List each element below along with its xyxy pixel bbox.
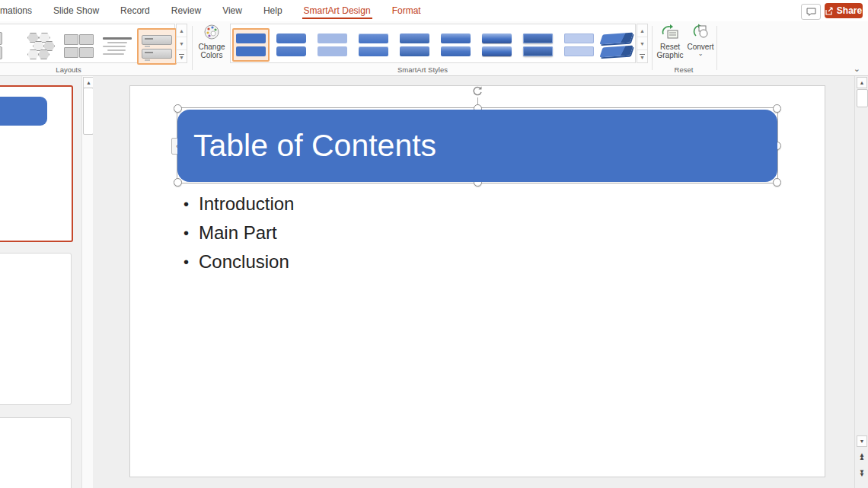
layout-option-block-list-selected[interactable] [137,28,177,65]
next-slide-button[interactable]: ▼▼ [857,467,867,479]
styles-more-button[interactable]: ▼ [637,50,647,62]
styles-group-label: SmartArt Styles [385,65,461,74]
block-list-glyph [142,35,172,59]
layouts-gallery [0,24,175,63]
bullet-item[interactable]: • Main Part [183,218,294,247]
slide-bullet-list[interactable]: • Introduction • Main Part • Conclusion [183,190,294,276]
resize-handle-top-right[interactable] [773,104,781,113]
slide-thumbnail-panel [0,76,81,488]
reset-group-label: Reset [661,65,707,74]
change-colors-label-line1: Change [198,43,225,51]
rotate-icon [471,85,483,97]
resize-handle-bottom-left[interactable] [174,178,182,187]
slide-thumbnail-3[interactable] [0,417,72,488]
share-label: Share [837,5,862,16]
palette-icon [203,24,220,40]
thumbnail-scrollbar-thumb[interactable] [83,88,94,135]
resize-handle-bottom-right[interactable] [773,178,781,187]
convert-button[interactable]: Convert ⌄ [684,24,717,71]
layout-option-list[interactable] [98,28,136,63]
change-colors-label-line2: Colors [201,51,223,59]
ribbon: ▲ ▼ ▼ Layouts Change Colors ▲ ▼ [0,21,868,76]
reset-graphic-button[interactable]: Reset Graphic [653,24,687,71]
style-intense-effect[interactable] [355,28,392,62]
rotate-handle[interactable] [471,85,483,97]
style-polished[interactable] [396,28,433,62]
slide-thumbnail-2[interactable] [0,253,72,405]
change-colors-button[interactable]: Change Colors [195,24,228,71]
layouts-scroll-down[interactable]: ▼ [177,37,187,50]
bullet-dot: • [183,218,189,247]
layouts-gallery-scroll: ▲ ▼ ▼ [176,24,187,63]
convert-icon [691,24,710,40]
previous-slide-button[interactable]: ▲▲ [857,451,867,462]
comments-button[interactable] [801,4,821,20]
layout-option-grid[interactable] [59,28,97,63]
tab-review[interactable]: Review [161,0,212,21]
share-button[interactable]: Share [825,3,863,18]
group-separator [652,26,653,70]
tab-help[interactable]: Help [253,0,293,21]
tab-view[interactable]: View [212,0,253,21]
smartart-styles-gallery [230,24,636,63]
resize-handle-top-left[interactable] [174,104,182,113]
layout-glyph [0,46,2,59]
reset-graphic-label-line1: Reset [660,43,680,51]
collapse-ribbon-chevron[interactable]: ⌄ [854,64,860,74]
style-subtle-effect[interactable] [314,28,351,62]
tab-format[interactable]: Format [381,0,432,21]
thumbnail-title-shape [0,97,47,126]
style-white-outline[interactable] [560,28,598,62]
layout-glyph [0,32,2,45]
tab-smartart-design[interactable]: SmartArt Design [293,0,381,21]
scroll-up-button[interactable]: ▲ [857,77,867,88]
bullet-item[interactable]: • Introduction [183,190,294,218]
smartart-title-shape[interactable]: Table of Contents [177,110,777,182]
style-simple-fill-selected[interactable] [232,28,270,62]
bullet-dot: • [183,190,189,218]
style-inset[interactable] [437,28,474,62]
tab-slide-show[interactable]: Slide Show [43,0,110,21]
style-cartoon[interactable] [478,28,515,62]
share-icon [825,7,834,15]
layouts-group-label: Layouts [46,65,91,74]
ribbon-tabs: mations Slide Show Record Review View He… [0,0,432,21]
bullet-item[interactable]: • Conclusion [183,247,294,276]
list-lines-glyph [103,37,132,55]
slide-thumbnail-1-selected[interactable] [0,85,73,242]
group-separator [192,26,193,70]
bullet-text: Conclusion [199,247,289,276]
tab-animations-partial[interactable]: mations [0,0,43,21]
grid-boxes-glyph [64,34,92,58]
slide-canvas[interactable]: ‹ Table of Contents • Introduction • Mai… [129,85,825,477]
scroll-down-button[interactable]: ▼ [857,435,867,447]
tab-record[interactable]: Record [110,0,161,21]
style-bird-eye[interactable] [519,28,557,62]
menu-bar: mations Slide Show Record Review View He… [0,0,868,21]
slide-area-scrollbar: ▲ ▼ ▲▲ ▼▼ [854,76,868,488]
reset-graphic-label-line2: Graphic [656,51,683,59]
layouts-scroll-up[interactable]: ▲ [177,24,187,37]
styles-scroll-up[interactable]: ▲ [637,24,647,37]
slide-title-text[interactable]: Table of Contents [177,128,436,164]
slide-editing-area: ‹ Table of Contents • Introduction • Mai… [93,76,854,488]
layout-option-hexagons[interactable] [19,28,57,63]
bullet-text: Introduction [199,190,294,218]
bullet-text: Main Part [199,218,277,247]
style-moderate[interactable] [273,28,310,62]
scrollbar-thumb[interactable] [857,89,868,107]
layouts-more-button[interactable]: ▼ [177,50,187,62]
convert-caret: ⌄ [698,51,704,56]
reset-graphic-icon [661,24,679,40]
styles-scroll-down[interactable]: ▼ [637,37,647,50]
style-3d-perspective[interactable] [598,28,635,62]
styles-gallery-scroll: ▲ ▼ ▼ [637,24,648,63]
hexagon-cluster-glyph [24,32,53,59]
comment-icon [806,8,816,16]
thumbnail-panel-scrollbar: ▲ [81,76,93,488]
group-separator [716,26,717,70]
bullet-dot: • [183,247,189,276]
